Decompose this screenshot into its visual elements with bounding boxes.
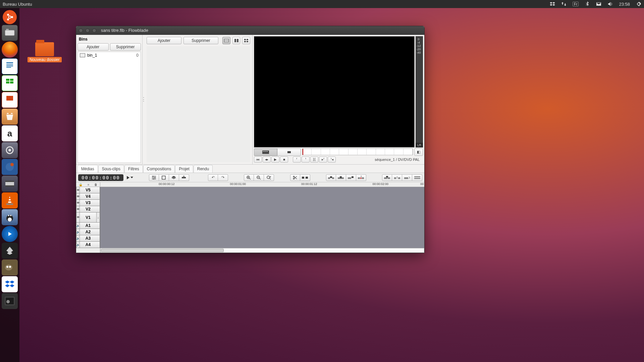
- tool-frame-icon[interactable]: [159, 174, 169, 181]
- maximize-icon[interactable]: [92, 28, 96, 33]
- app-launcher-icon-3[interactable]: [2, 293, 18, 309]
- monitor-view[interactable]: [254, 36, 415, 147]
- lock-icon[interactable]: 🔒: [79, 183, 83, 186]
- dash-icon[interactable]: [3, 10, 17, 24]
- monitor-mode-clip-icon[interactable]: [277, 148, 301, 156]
- track-header-v1[interactable]: 👁V1↓: [76, 213, 100, 223]
- timeline-canvas[interactable]: [100, 187, 424, 248]
- tool-layers-icon[interactable]: [169, 174, 179, 181]
- tab-rendu[interactable]: Rendu: [194, 165, 213, 173]
- media-view-columns-icon[interactable]: [232, 37, 240, 44]
- track-mute-icon[interactable]: 🔈: [76, 229, 80, 235]
- amazon-launcher-icon[interactable]: a: [2, 125, 18, 141]
- three-point-icon[interactable]: 3: [356, 174, 366, 181]
- media-grid[interactable]: [147, 46, 250, 162]
- hscroll-thumb[interactable]: [101, 249, 224, 252]
- track-visibility-icon[interactable]: 👁: [76, 187, 80, 193]
- media-delete-button[interactable]: Supprimer: [183, 37, 218, 44]
- tab-medias[interactable]: Médias: [77, 165, 98, 173]
- calc-launcher-icon[interactable]: [2, 75, 18, 91]
- bins-add-button[interactable]: Ajouter: [77, 43, 109, 51]
- bluetooth-tray-icon[interactable]: [585, 1, 590, 7]
- app-launcher-icon-2[interactable]: [2, 209, 18, 225]
- bin-row[interactable]: bin_1 0: [78, 52, 141, 59]
- mark-out-icon[interactable]: ⸣: [302, 157, 310, 163]
- monitor-mode-film-icon[interactable]: [254, 148, 277, 156]
- stop-icon[interactable]: ■: [280, 157, 288, 163]
- vlc-launcher-icon[interactable]: [2, 192, 18, 208]
- track-mute-icon[interactable]: 🔈: [76, 235, 80, 241]
- monitor-marker-icon[interactable]: ◧: [414, 148, 423, 156]
- clear-marks-icon[interactable]: ⟧⟦: [310, 157, 318, 163]
- app-launcher-icon-1[interactable]: [2, 159, 18, 175]
- mark-in-icon[interactable]: ⸢: [293, 157, 301, 163]
- ruler-head-icons[interactable]: 🔒 ≡ 🗑: [76, 182, 100, 187]
- ripple-delete-icon[interactable]: [402, 174, 412, 181]
- track-header-v2[interactable]: 👁V2: [76, 206, 100, 213]
- track-expand-icon[interactable]: ↓: [96, 213, 100, 222]
- track-header-a3[interactable]: 🔈A3: [76, 235, 100, 242]
- track-visibility-icon[interactable]: 👁: [76, 200, 80, 206]
- media-view-details-icon[interactable]: [222, 37, 230, 44]
- tab-filtres[interactable]: Filtres: [124, 165, 143, 173]
- redo-icon[interactable]: ↷: [218, 174, 228, 181]
- overwrite-icon[interactable]: [336, 174, 346, 181]
- files-launcher-icon[interactable]: [2, 25, 18, 41]
- impress-launcher-icon[interactable]: [2, 92, 18, 108]
- goto-out-icon[interactable]: ⸣◂: [328, 157, 336, 163]
- append-icon[interactable]: [346, 174, 356, 181]
- track-header-a4[interactable]: 🔈A4: [76, 242, 100, 248]
- mail-tray-icon[interactable]: [596, 1, 601, 7]
- media-add-button[interactable]: Ajouter: [147, 37, 181, 44]
- track-mute-icon[interactable]: 🔈: [76, 242, 80, 248]
- zoom-fit-icon[interactable]: [264, 174, 274, 181]
- track-visibility-icon[interactable]: 👁: [76, 213, 80, 222]
- track-visibility-icon[interactable]: 👁: [76, 206, 80, 212]
- media-player-icon[interactable]: [2, 226, 18, 242]
- undo-icon[interactable]: ↶: [208, 174, 218, 181]
- video-editor-icon[interactable]: [2, 176, 18, 192]
- volume-tray-icon[interactable]: [607, 1, 613, 7]
- close-icon[interactable]: [79, 28, 83, 33]
- play-menu-button[interactable]: [127, 176, 133, 179]
- desktop-folder[interactable]: Nouveau dossier: [26, 42, 63, 62]
- lift-icon[interactable]: 3: [382, 174, 392, 181]
- play-icon[interactable]: ▶: [271, 157, 279, 163]
- tab-projet[interactable]: Projet: [175, 165, 193, 173]
- track-header-v4[interactable]: 👁V4: [76, 193, 100, 200]
- minimize-icon[interactable]: [86, 28, 90, 33]
- software-center-icon[interactable]: [2, 109, 18, 125]
- resync-icon[interactable]: [412, 174, 422, 181]
- zoom-out-icon[interactable]: [254, 174, 264, 181]
- tab-compositions[interactable]: Compositions: [143, 165, 175, 173]
- cut-icon[interactable]: [290, 174, 300, 181]
- gear-tray-icon[interactable]: [636, 1, 641, 7]
- bins-list[interactable]: bin_1 0: [77, 52, 141, 163]
- track-header-v3[interactable]: 👁V3: [76, 200, 100, 206]
- track-mute-icon[interactable]: 🔈: [76, 223, 80, 229]
- keyboard-lang-indicator[interactable]: Fr: [573, 2, 579, 6]
- splice-icon[interactable]: [300, 174, 310, 181]
- track-visibility-icon[interactable]: 👁: [76, 193, 80, 199]
- tool-sliders-icon[interactable]: [149, 174, 159, 181]
- skip-back-icon[interactable]: ⏮: [254, 157, 262, 163]
- track-header-a1[interactable]: 🔈A1: [76, 223, 100, 229]
- tab-sousclips[interactable]: Sous-clips: [98, 165, 124, 173]
- zoom-in-icon[interactable]: [244, 174, 254, 181]
- playhead-icon[interactable]: [303, 149, 303, 155]
- firefox-launcher-icon[interactable]: [2, 42, 18, 58]
- track-header-a2[interactable]: 🔈A2: [76, 229, 100, 235]
- media-view-grid-icon[interactable]: [242, 37, 250, 44]
- gimp-launcher-icon[interactable]: [2, 259, 18, 276]
- trash-icon[interactable]: 🗑: [94, 183, 97, 186]
- dropbox-tray-icon[interactable]: [550, 1, 555, 7]
- network-tray-icon[interactable]: [561, 1, 567, 7]
- goto-in-icon[interactable]: ▸⸢: [319, 157, 327, 163]
- clock[interactable]: 23:58: [619, 2, 630, 7]
- writer-launcher-icon[interactable]: [2, 58, 18, 74]
- inkscape-launcher-icon[interactable]: [2, 243, 18, 259]
- window-titlebar[interactable]: sans titre.flb - Flowblade: [76, 26, 424, 35]
- insert-icon[interactable]: [326, 174, 336, 181]
- bins-delete-button[interactable]: Supprimer: [110, 43, 141, 51]
- settings-launcher-icon[interactable]: [2, 142, 18, 158]
